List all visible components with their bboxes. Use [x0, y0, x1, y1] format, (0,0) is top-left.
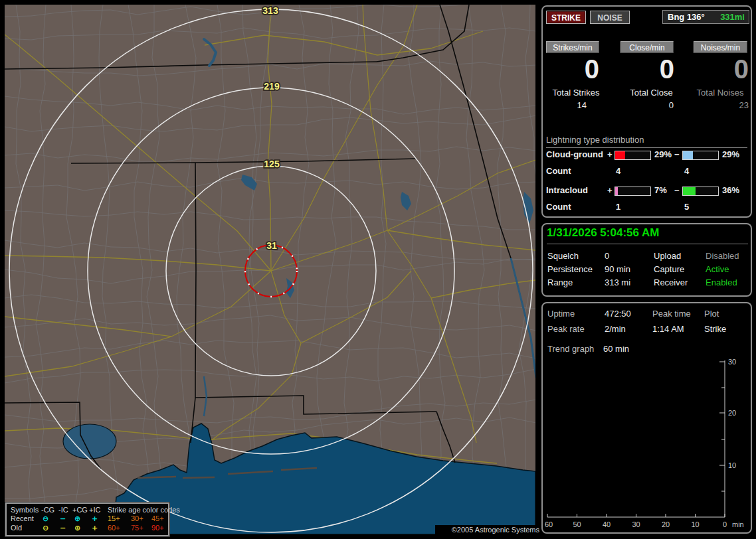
range-value: 313 mi	[605, 277, 630, 287]
x-tick-10: 10	[691, 520, 699, 528]
x-tick-50: 50	[573, 520, 581, 528]
age-code-75: 75+	[131, 524, 143, 532]
total-noises-label: Total Noises	[690, 88, 750, 98]
age-code-15: 15+	[108, 514, 120, 522]
circle-plus-icon: ⊕	[74, 514, 80, 523]
copyright-text: ©2005 Astrogenic Systems	[435, 525, 541, 534]
counters-panel: STRIKE NOISE Bng 136° 331mi Strikes/min …	[541, 5, 752, 218]
neg-ic-bar	[682, 187, 719, 196]
x-tick-20: 20	[662, 520, 670, 528]
peak-rate-label: Peak rate	[547, 324, 585, 334]
ring-label-313: 313	[262, 5, 278, 16]
pos-cg-bar	[614, 151, 651, 160]
plot-label: Plot	[704, 309, 719, 319]
pos-ic-bar	[614, 187, 651, 196]
legend-symbols-header: Symbols	[11, 506, 39, 514]
neg-ic-pct: 36%	[722, 185, 739, 195]
total-strikes-value: 14	[543, 100, 587, 110]
legend-col-pos-cg: +CG	[72, 506, 88, 514]
ring-label-31: 31	[266, 240, 277, 251]
circle-minus-icon: ⊖	[43, 524, 48, 532]
close-per-min-chip: Close/min	[620, 41, 674, 53]
trend-graph-label: Trend graph	[547, 344, 594, 354]
receiver-state: Enabled	[706, 277, 737, 287]
peak-time-label: Peak time	[652, 309, 691, 319]
peak-time-value: 1:14 AM	[652, 324, 684, 334]
minus-icon: −	[60, 524, 66, 532]
total-noises-value: 23	[690, 100, 749, 110]
ring-label-125: 125	[264, 159, 280, 169]
legend-old-label: Old	[11, 524, 22, 532]
age-code-90: 90+	[151, 524, 164, 532]
plus-icon: +	[92, 524, 98, 532]
legend-col-neg-cg: -CG	[41, 506, 54, 514]
bearing-label: Bng 136°	[668, 12, 705, 22]
persistence-label: Persistence	[547, 264, 593, 274]
status-panel: 1/31/2026 5:04:56 AM Squelch 0 Upload Di…	[541, 223, 752, 297]
upload-state: Disabled	[706, 251, 739, 261]
age-code-60: 60+	[108, 524, 120, 532]
neg-ic-count: 5	[684, 202, 689, 212]
count-label: Count	[546, 202, 571, 212]
legend-recent-label: Recent	[11, 514, 34, 522]
capture-state: Active	[706, 264, 729, 274]
close-per-min-value: 0	[601, 54, 674, 84]
total-close-label: Total Close	[620, 88, 683, 98]
receiver-label: Receiver	[654, 277, 688, 287]
x-tick-40: 40	[603, 520, 611, 528]
legend-age-header: Strike age color codes	[108, 506, 180, 514]
capture-label: Capture	[654, 264, 684, 274]
minus-icon: −	[60, 514, 66, 523]
distribution-title: Lightning type distribution	[546, 135, 747, 148]
strikes-per-min-value: 0	[526, 54, 599, 84]
x-axis-unit: min	[732, 520, 744, 528]
uptime-label: Uptime	[547, 309, 575, 319]
upload-label: Upload	[654, 251, 681, 261]
legend-col-pos-ic: +IC	[89, 506, 100, 514]
datetime-display: 1/31/2026 5:04:56 AM	[547, 226, 748, 244]
bearing-distance: 331mi	[720, 12, 745, 22]
plus-icon: +	[92, 514, 98, 523]
age-code-30: 30+	[131, 514, 143, 522]
strike-button[interactable]: STRIKE	[546, 11, 586, 24]
total-strikes-label: Total Strikes	[543, 88, 609, 98]
pos-ic-count: 1	[616, 202, 620, 212]
squelch-label: Squelch	[547, 251, 579, 261]
neg-cg-pct: 29%	[722, 149, 739, 159]
app-window: 313 219 125 31 Symbols -CG -IC +CG +IC S…	[0, 0, 756, 539]
minus-sign: −	[674, 185, 680, 195]
count-label: Count	[546, 166, 571, 176]
range-label: Range	[547, 277, 573, 287]
circle-plus-icon: ⊕	[74, 524, 80, 532]
plus-sign: +	[607, 149, 613, 159]
strikes-per-min-chip: Strikes/min	[546, 41, 599, 53]
trend-graph: 30 20 10 60 50 40 30 20 10 0 min	[543, 353, 751, 531]
noise-button[interactable]: NOISE	[590, 11, 630, 24]
x-tick-30: 30	[632, 520, 640, 528]
trend-panel: Uptime 472:50 Peak time Plot Peak rate 2…	[541, 302, 752, 534]
total-close-value: 0	[620, 100, 674, 110]
y-tick-30: 30	[728, 358, 736, 366]
uptime-value: 472:50	[605, 309, 631, 319]
bearing-display: Bng 136° 331mi	[662, 10, 749, 24]
circle-minus-icon: ⊖	[43, 514, 48, 523]
neg-cg-bar	[682, 151, 719, 160]
pos-cg-pct: 29%	[654, 149, 672, 159]
x-tick-0: 0	[723, 520, 727, 528]
peak-rate-value: 2/min	[605, 324, 626, 334]
trend-graph-value: 60 min	[603, 344, 629, 354]
y-tick-20: 20	[728, 409, 736, 417]
pos-ic-pct: 7%	[654, 185, 667, 195]
legend-col-neg-ic: -IC	[58, 506, 68, 514]
neg-cg-count: 4	[684, 166, 689, 176]
minus-sign: −	[674, 149, 680, 159]
map-panel[interactable]: 313 219 125 31 Symbols -CG -IC +CG +IC S…	[5, 5, 535, 534]
strike-legend: Symbols -CG -IC +CG +IC Strike age color…	[5, 502, 169, 536]
noises-per-min-value: 0	[676, 54, 749, 84]
noises-per-min-chip: Noises/min	[694, 41, 747, 53]
intracloud-label: Intracloud	[546, 185, 588, 195]
y-tick-10: 10	[728, 461, 736, 469]
plus-sign: +	[607, 185, 613, 195]
plot-mode-value: Strike	[704, 324, 726, 334]
pos-cg-count: 4	[616, 166, 620, 176]
